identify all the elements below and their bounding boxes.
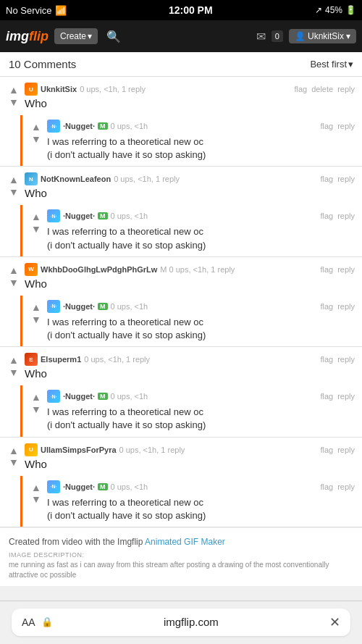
- notification-badge[interactable]: 0: [272, 30, 283, 42]
- reply-upvote-button[interactable]: ▲: [31, 211, 41, 223]
- moderator-badge: M: [98, 212, 108, 219]
- mail-icon[interactable]: ✉: [256, 30, 266, 43]
- reply-upvote-button[interactable]: ▲: [31, 301, 41, 314]
- status-time: 12:00 PM: [169, 4, 213, 16]
- flag-link[interactable]: flag: [320, 265, 333, 274]
- reply-upvote-button[interactable]: ▲: [31, 482, 41, 494]
- chevron-down-icon: ▾: [348, 59, 353, 70]
- url-bar[interactable]: AA 🔒 imgflip.com ✕: [12, 609, 350, 636]
- reply-actions: flagreply: [320, 122, 355, 130]
- flag-link[interactable]: flag: [320, 175, 333, 183]
- downvote-button[interactable]: ▼: [9, 186, 19, 198]
- reply-comment: ▲ ▼ ·N··Nugget·M0 ups, <1hflagreplyI was…: [20, 205, 362, 256]
- reply-link[interactable]: reply: [337, 446, 355, 454]
- comment-stats: M 0 ups, <1h, 1 reply: [160, 265, 235, 274]
- username[interactable]: UknkitSix: [41, 85, 77, 93]
- reply-flag-link[interactable]: flag: [320, 302, 333, 311]
- reply-downvote-button[interactable]: ▼: [31, 223, 41, 235]
- reply-link[interactable]: reply: [337, 355, 355, 364]
- create-button[interactable]: Create ▾: [54, 28, 98, 44]
- animated-gif-maker-link[interactable]: Animated GIF Maker: [145, 537, 225, 547]
- url-text[interactable]: imgflip.com: [59, 616, 324, 628]
- reply-avatar: ·N·: [47, 300, 60, 313]
- reply-username[interactable]: ·Nugget·: [63, 302, 95, 311]
- flag-link[interactable]: flag: [320, 355, 333, 364]
- reply-comment: ▲ ▼ ·N··Nugget·M0 ups, <1hflagreplyI was…: [20, 115, 362, 166]
- reply-actions: flagreply: [320, 212, 355, 220]
- lock-icon: 🔒: [41, 616, 53, 627]
- avatar: W: [25, 263, 38, 276]
- reply-downvote-button[interactable]: ▼: [31, 133, 41, 146]
- reply-text: I was referring to a theoretical new oc(…: [47, 316, 355, 342]
- close-icon[interactable]: ✕: [329, 614, 340, 630]
- upvote-button[interactable]: ▲: [9, 84, 19, 96]
- reply-username[interactable]: ·Nugget·: [63, 482, 95, 491]
- flag-link[interactable]: flag: [294, 85, 307, 93]
- comment-stats: 0 ups, <1h, 1 reply: [84, 355, 150, 364]
- comment-stats: 0 ups, <1h, 1 reply: [80, 85, 146, 93]
- username[interactable]: WkhbDooGlhgLwPdghPhGrLw: [41, 265, 157, 274]
- reply-body: ·N··Nugget·M0 ups, <1hflagreplyI was ref…: [47, 120, 355, 162]
- reply-flag-link[interactable]: flag: [320, 392, 333, 401]
- reply-vote-column: ▲ ▼: [30, 482, 43, 506]
- comment-actions: flagreply: [320, 175, 355, 183]
- user-menu-button[interactable]: 👤 UknkitSix ▾: [289, 29, 356, 43]
- avatar: U: [25, 443, 38, 456]
- reply-downvote-button[interactable]: ▼: [31, 314, 41, 326]
- comment-meta: WWkhbDooGlhgLwPdghPhGrLwM 0 ups, <1h, 1 …: [25, 263, 355, 276]
- comment-thread: ▲ ▼ UUknkitSix0 ups, <1h, 1 replyflagdel…: [0, 77, 362, 167]
- reply-body: ·N··Nugget·M0 ups, <1hflagreplyI was ref…: [47, 480, 355, 522]
- image-description-text: me running as fast as i can away from th…: [9, 560, 353, 580]
- reply-reply-link[interactable]: reply: [337, 392, 355, 401]
- sort-label: Best first: [310, 59, 347, 70]
- reply-flag-link[interactable]: flag: [320, 212, 333, 220]
- username[interactable]: UllamSimpsForPyra: [41, 446, 117, 454]
- reply-reply-link[interactable]: reply: [337, 482, 355, 491]
- username[interactable]: NotKnownLeafeon: [41, 175, 111, 183]
- upvote-button[interactable]: ▲: [9, 174, 19, 186]
- comment-main: ▲ ▼ WWkhbDooGlhgLwPdghPhGrLwM 0 ups, <1h…: [0, 257, 362, 296]
- reply-link[interactable]: reply: [337, 175, 355, 183]
- reply-username[interactable]: ·Nugget·: [63, 122, 95, 130]
- reply-link[interactable]: reply: [337, 265, 355, 274]
- comment-body: UUknkitSix0 ups, <1h, 1 replyflagdeleter…: [20, 83, 355, 112]
- reply-reply-link[interactable]: reply: [337, 302, 355, 311]
- downvote-button[interactable]: ▼: [9, 367, 19, 379]
- comment-text: Who: [25, 458, 355, 470]
- search-icon[interactable]: 🔍: [106, 30, 121, 43]
- aa-text-size[interactable]: AA: [22, 616, 35, 628]
- moderator-badge: M: [98, 483, 108, 490]
- reply-upvote-button[interactable]: ▲: [31, 121, 41, 133]
- delete-link[interactable]: delete: [311, 85, 333, 93]
- reply-flag-link[interactable]: flag: [320, 122, 333, 130]
- reply-username[interactable]: ·Nugget·: [63, 212, 95, 220]
- reply-stats: 0 ups, <1h: [111, 122, 148, 130]
- reply-avatar: ·N·: [47, 390, 60, 403]
- reply-vote-column: ▲ ▼: [30, 391, 43, 416]
- flag-link[interactable]: flag: [320, 446, 333, 454]
- imgflip-logo[interactable]: imgflip: [6, 29, 49, 44]
- downvote-button[interactable]: ▼: [9, 96, 19, 109]
- reply-flag-link[interactable]: flag: [320, 482, 333, 491]
- username[interactable]: Elsuperm1: [41, 355, 81, 364]
- reply-username[interactable]: ·Nugget·: [63, 392, 95, 401]
- reply-reply-link[interactable]: reply: [337, 122, 355, 130]
- reply-actions: flagreply: [320, 482, 355, 491]
- comment-thread: ▲ ▼ EElsuperm10 ups, <1h, 1 replyflagrep…: [0, 347, 362, 437]
- reply-meta: ·N··Nugget·M0 ups, <1hflagreply: [47, 120, 355, 133]
- downvote-button[interactable]: ▼: [9, 456, 19, 469]
- vote-column: ▲ ▼: [7, 445, 20, 469]
- downvote-button[interactable]: ▼: [9, 277, 19, 289]
- upvote-button[interactable]: ▲: [9, 354, 19, 367]
- reply-reply-link[interactable]: reply: [337, 212, 355, 220]
- upvote-button[interactable]: ▲: [9, 264, 19, 277]
- reply-upvote-button[interactable]: ▲: [31, 391, 41, 403]
- comment-text: Who: [25, 187, 355, 199]
- upvote-button[interactable]: ▲: [9, 445, 19, 457]
- sort-button[interactable]: Best first ▾: [310, 59, 353, 70]
- reply-inner: ▲ ▼ ·N··Nugget·M0 ups, <1hflagreplyI was…: [30, 480, 355, 522]
- reply-inner: ▲ ▼ ·N··Nugget·M0 ups, <1hflagreplyI was…: [30, 300, 355, 342]
- reply-link[interactable]: reply: [337, 85, 355, 93]
- reply-downvote-button[interactable]: ▼: [31, 403, 41, 416]
- reply-downvote-button[interactable]: ▼: [31, 493, 41, 506]
